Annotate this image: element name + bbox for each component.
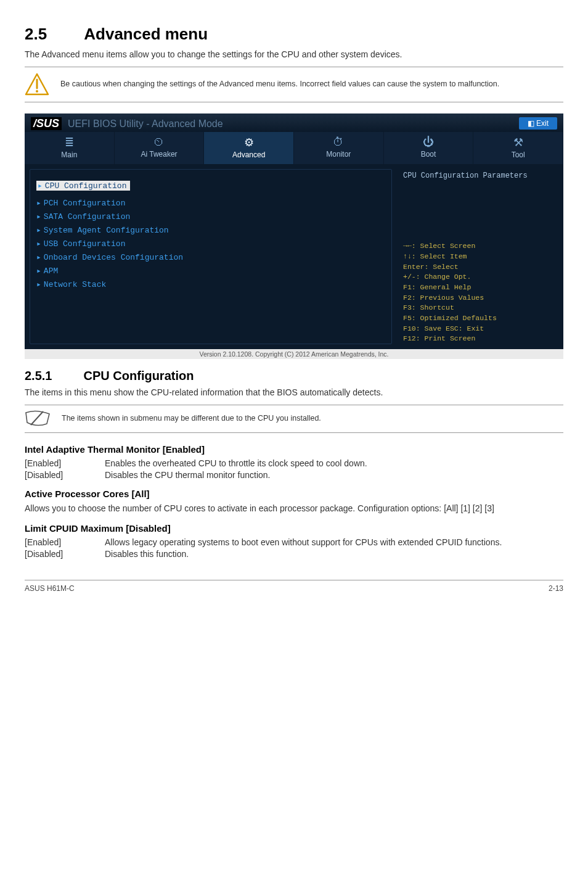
key-help-line: +/-: Change Opt. [403, 272, 557, 283]
bios-left-panel: ▸CPU Configuration ▸PCH Configuration ▸S… [30, 169, 392, 344]
key-help: →←: Select Screen ↑↓: Select Item Enter:… [403, 241, 557, 344]
page-footer: ASUS H61M-C 2-13 [25, 580, 563, 593]
option-enabled: [Enabled] [25, 458, 105, 468]
bios-brand: /SUS [31, 117, 62, 130]
setting-cores-title: Active Processor Cores [All] [25, 489, 563, 499]
setting-row: [Enabled] Allows legacy operating system… [25, 537, 563, 547]
footer-right: 2-13 [549, 584, 563, 593]
chevron-right-icon: ▸ [36, 253, 41, 262]
setting-cores-body: Allows you to choose the number of CPU c… [25, 503, 563, 514]
note-text: The items shown in submenu may be differ… [62, 413, 321, 424]
option-enabled: [Enabled] [25, 537, 105, 547]
cfg-system-agent[interactable]: ▸System Agent Configuration [36, 225, 385, 235]
tab-tool[interactable]: ⚒ Tool [473, 132, 563, 164]
bios-titlebar: /SUS UEFI BIOS Utility - Advanced Mode ◧… [25, 113, 563, 132]
tab-advanced[interactable]: ⚙ Advanced [204, 132, 294, 164]
key-help-line: Enter: Select [403, 262, 557, 273]
tab-tool-label: Tool [512, 151, 525, 159]
option-enabled-desc: Enables the overheated CPU to throttle i… [105, 458, 563, 468]
cfg-pch[interactable]: ▸PCH Configuration [36, 198, 385, 208]
option-disabled: [Disabled] [25, 470, 105, 480]
tab-ai-tweaker-label: Ai Tweaker [141, 150, 177, 159]
setting-row: [Enabled] Enables the overheated CPU to … [25, 458, 563, 468]
bios-subtitle: UEFI BIOS Utility - Advanced Mode [68, 118, 223, 130]
cfg-usb[interactable]: ▸USB Configuration [36, 239, 385, 249]
chevron-right-icon: ▸ [36, 199, 41, 208]
bios-tab-bar: ≣ Main ⏲ Ai Tweaker ⚙ Advanced ⏱ Monitor… [25, 132, 563, 164]
svg-line-3 [31, 411, 43, 425]
key-help-line: →←: Select Screen [403, 241, 557, 252]
tab-advanced-label: Advanced [232, 151, 265, 159]
sub-intro: The items in this menu show the CPU-rela… [25, 387, 563, 398]
gauge-icon: ⏱ [294, 136, 383, 149]
key-help-line: F12: Print Screen [403, 334, 557, 344]
tab-main-label: Main [61, 151, 77, 159]
tab-monitor-label: Monitor [326, 150, 351, 159]
bios-version-footer: Version 2.10.1208. Copyright (C) 2012 Am… [25, 349, 563, 359]
tool-icon: ⚒ [473, 136, 563, 149]
setting-row: [Disabled] Disables the CPU thermal moni… [25, 470, 563, 480]
bios-window: /SUS UEFI BIOS Utility - Advanced Mode ◧… [25, 113, 563, 359]
caution-callout: Be cautious when changing the settings o… [25, 67, 563, 102]
chevron-right-icon: ▸ [36, 239, 41, 249]
chevron-right-icon: ▸ [36, 280, 41, 289]
exit-icon: ◧ [528, 119, 536, 128]
cfg-sata[interactable]: ▸SATA Configuration [36, 212, 385, 221]
key-help-line: F3: Shortcut [403, 303, 557, 313]
bios-exit-button[interactable]: ◧ Exit [519, 117, 557, 130]
clock-icon: ⏲ [115, 136, 204, 149]
option-disabled-desc: Disables this function. [105, 549, 563, 559]
chevron-right-icon: ▸ [38, 181, 43, 191]
subheading: 2.5.1 CPU Configuration [25, 369, 563, 383]
bios-right-panel: CPU Configuration Parameters →←: Select … [397, 164, 563, 349]
page-heading: 2.5 Advanced menu [25, 25, 563, 44]
heading-number: 2.5 [25, 25, 80, 44]
chevron-right-icon: ▸ [36, 212, 41, 221]
intro-text: The Advanced menu items allow you to cha… [25, 49, 563, 60]
cfg-apm[interactable]: ▸APM [36, 266, 385, 276]
svg-point-2 [36, 90, 38, 93]
subheading-number: 2.5.1 [25, 369, 80, 383]
heading-title: Advanced menu [84, 25, 208, 43]
setting-row: [Disabled] Disables this function. [25, 549, 563, 559]
option-disabled: [Disabled] [25, 549, 105, 559]
tab-main[interactable]: ≣ Main [25, 132, 115, 164]
key-help-line: F10: Save ESC: Exit [403, 324, 557, 334]
cfg-network-stack[interactable]: ▸Network Stack [36, 279, 385, 289]
note-callout: The items shown in submenu may be differ… [25, 405, 563, 433]
key-help-line: F5: Optimized Defaults [403, 313, 557, 324]
setting-adaptive-title: Intel Adaptive Thermal Monitor [Enabled] [25, 444, 563, 455]
bios-body: ▸CPU Configuration ▸PCH Configuration ▸S… [25, 164, 563, 349]
warning-triangle-icon [25, 72, 49, 97]
option-disabled-desc: Disables the CPU thermal monitor functio… [105, 470, 563, 480]
gear-icon: ⚙ [204, 136, 293, 149]
bios-exit-label: Exit [536, 119, 549, 128]
footer-left: ASUS H61M-C [25, 584, 75, 593]
key-help-line: F1: General Help [403, 283, 557, 293]
cfg-cpu[interactable]: ▸CPU Configuration [36, 181, 130, 191]
cfg-onboard[interactable]: ▸Onboard Devices Configuration [36, 252, 385, 262]
subheading-title: CPU Configuration [84, 369, 194, 382]
key-help-line: F2: Previous Values [403, 293, 557, 303]
option-enabled-desc: Allows legacy operating systems to boot … [105, 537, 563, 547]
tab-boot-label: Boot [421, 150, 436, 159]
tab-monitor[interactable]: ⏱ Monitor [294, 132, 384, 164]
right-panel-title: CPU Configuration Parameters [403, 171, 557, 180]
power-icon: ⏻ [384, 136, 473, 149]
key-help-line: ↑↓: Select Item [403, 252, 557, 262]
chevron-right-icon: ▸ [36, 266, 41, 276]
note-icon [25, 410, 51, 427]
list-icon: ≣ [25, 136, 114, 149]
caution-text: Be cautious when changing the settings o… [60, 79, 499, 89]
setting-cpuid-title: Limit CPUID Maximum [Disabled] [25, 523, 563, 534]
chevron-right-icon: ▸ [36, 226, 41, 235]
tab-ai-tweaker[interactable]: ⏲ Ai Tweaker [115, 132, 205, 164]
tab-boot[interactable]: ⏻ Boot [384, 132, 474, 164]
